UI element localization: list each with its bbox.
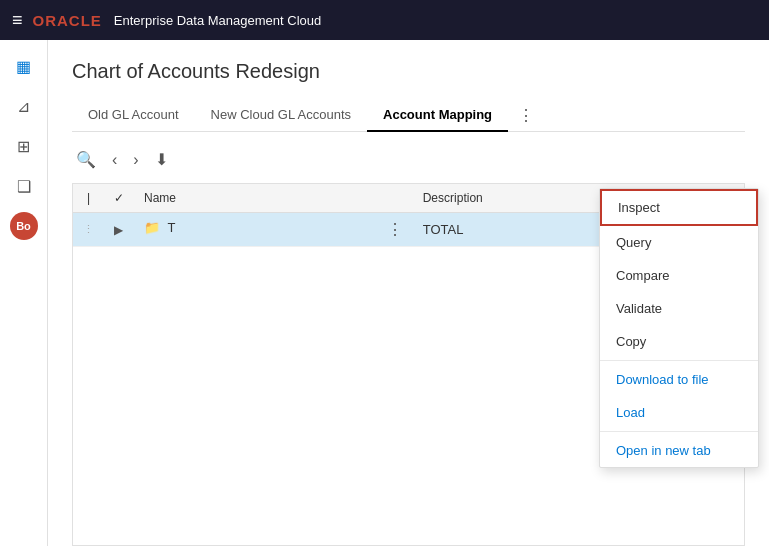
back-button[interactable]: ‹ xyxy=(108,147,121,173)
download-button[interactable]: ⬇ xyxy=(151,146,172,173)
sidebar-item-layers[interactable]: ❑ xyxy=(6,168,42,204)
menu-divider-2 xyxy=(600,431,758,432)
search-button[interactable]: 🔍 xyxy=(72,146,100,173)
top-bar: ≡ ORACLE Enterprise Data Management Clou… xyxy=(0,0,769,40)
sidebar-item-filter[interactable]: ⊿ xyxy=(6,88,42,124)
tabs-more-button[interactable]: ⋮ xyxy=(512,102,540,129)
folder-icon: 📁 xyxy=(144,220,160,235)
sidebar: ▦ ⊿ ⊞ ❑ Bo xyxy=(0,40,48,546)
row-expand-cell[interactable]: ▶ xyxy=(104,213,134,247)
oracle-logo: ORACLE xyxy=(33,12,102,29)
tab-new-cloud-gl[interactable]: New Cloud GL Accounts xyxy=(195,99,367,132)
product-title: Enterprise Data Management Cloud xyxy=(114,13,321,28)
col-drag: | xyxy=(73,184,104,213)
context-menu: Inspect Query Compare Validate Copy Down… xyxy=(599,188,759,468)
forward-button[interactable]: › xyxy=(129,147,142,173)
menu-item-query[interactable]: Query xyxy=(600,226,758,259)
sidebar-item-grid[interactable]: ⊞ xyxy=(6,128,42,164)
menu-divider xyxy=(600,360,758,361)
row-name-cell: 📁 T ⋮ xyxy=(134,213,413,247)
tab-account-mapping[interactable]: Account Mapping xyxy=(367,99,508,132)
menu-item-validate[interactable]: Validate xyxy=(600,292,758,325)
page-title: Chart of Accounts Redesign xyxy=(72,60,745,83)
toolbar: 🔍 ‹ › ⬇ xyxy=(72,140,745,179)
tab-old-gl[interactable]: Old GL Account xyxy=(72,99,195,132)
col-check: ✓ xyxy=(104,184,134,213)
col-name: Name xyxy=(134,184,413,213)
layers-icon: ❑ xyxy=(17,177,31,196)
filter-icon: ⊿ xyxy=(17,97,30,116)
menu-item-download[interactable]: Download to file xyxy=(600,363,758,396)
menu-item-copy[interactable]: Copy xyxy=(600,325,758,358)
avatar[interactable]: Bo xyxy=(10,212,38,240)
app-layout: ▦ ⊿ ⊞ ❑ Bo Chart of Accounts Redesign Ol… xyxy=(0,40,769,546)
menu-item-inspect[interactable]: Inspect xyxy=(600,189,758,226)
menu-item-open-new-tab[interactable]: Open in new tab xyxy=(600,434,758,467)
tabs-bar: Old GL Account New Cloud GL Accounts Acc… xyxy=(72,99,745,132)
table-icon: ▦ xyxy=(16,57,31,76)
main-content: Chart of Accounts Redesign Old GL Accoun… xyxy=(48,40,769,546)
menu-item-load[interactable]: Load xyxy=(600,396,758,429)
row-more-button[interactable]: ⋮ xyxy=(387,220,403,239)
row-drag-handle: ⋮ xyxy=(73,213,104,247)
expand-icon[interactable]: ▶ xyxy=(114,223,123,237)
sidebar-item-table[interactable]: ▦ xyxy=(6,48,42,84)
hamburger-menu[interactable]: ≡ xyxy=(12,10,23,31)
menu-item-compare[interactable]: Compare xyxy=(600,259,758,292)
grid-icon: ⊞ xyxy=(17,137,30,156)
